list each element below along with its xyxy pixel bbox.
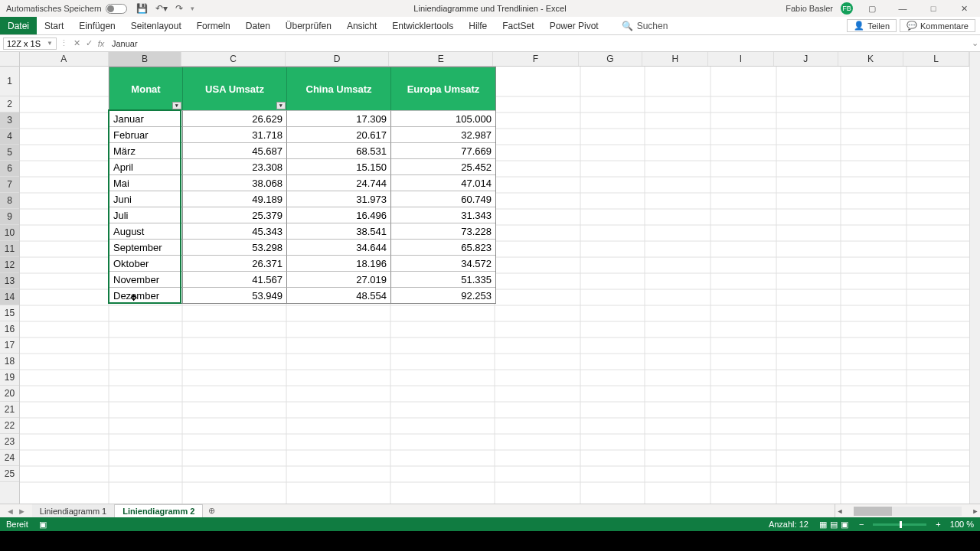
row-header-4[interactable]: 4: [0, 129, 19, 145]
cell[interactable]: 16.496: [287, 207, 391, 223]
cell[interactable]: März: [109, 142, 183, 158]
cell[interactable]: November: [109, 271, 183, 287]
row-header-12[interactable]: 12: [0, 257, 19, 273]
cell[interactable]: Juli: [109, 207, 183, 223]
table-header-1[interactable]: USA Umsatz▾: [183, 67, 287, 110]
row-header-18[interactable]: 18: [0, 354, 19, 370]
cell[interactable]: 51.335: [391, 271, 495, 287]
row-header-11[interactable]: 11: [0, 241, 19, 257]
row-header-13[interactable]: 13: [0, 273, 19, 289]
cell[interactable]: 25.379: [183, 207, 287, 223]
ribbon-tab-formeln[interactable]: Formeln: [189, 17, 238, 34]
table-row[interactable]: Dezember53.94948.55492.253: [109, 287, 495, 303]
macro-record-icon[interactable]: ▣: [39, 520, 47, 530]
view-buttons[interactable]: ▦▤▣: [818, 520, 850, 530]
enter-formula-icon[interactable]: ✓: [83, 38, 95, 48]
ribbon-tab-entwicklertools[interactable]: Entwicklertools: [384, 17, 461, 34]
table-header-3[interactable]: Europa Umsatz: [391, 67, 495, 110]
ribbon-display-icon[interactable]: ▢: [861, 4, 884, 14]
share-button[interactable]: 👤Teilen: [847, 19, 897, 32]
ribbon-tab-factset[interactable]: FactSet: [495, 17, 541, 34]
cell[interactable]: 47.014: [391, 174, 495, 191]
ribbon-tab-start[interactable]: Start: [37, 17, 71, 34]
data-table[interactable]: Monat▾USA Umsatz▾China UmsatzEuropa Umsa…: [109, 67, 496, 304]
table-row[interactable]: April23.30815.15025.452: [109, 158, 495, 174]
col-header-A[interactable]: A: [20, 52, 109, 66]
cell[interactable]: 105.000: [391, 110, 495, 126]
table-row[interactable]: August45.34338.54173.228: [109, 223, 495, 239]
row-headers[interactable]: 1234567891011121314151617181920212223242…: [0, 67, 20, 504]
ribbon-tab-einfügen[interactable]: Einfügen: [71, 17, 122, 34]
col-header-F[interactable]: F: [493, 52, 579, 66]
col-header-K[interactable]: K: [838, 52, 904, 66]
cell[interactable]: 34.572: [391, 255, 495, 271]
cell[interactable]: 45.687: [183, 142, 287, 158]
cell[interactable]: 49.189: [183, 191, 287, 207]
cell[interactable]: Mai: [109, 174, 183, 191]
minimize-icon[interactable]: —: [891, 4, 914, 13]
table-row[interactable]: Februar31.71820.61732.987: [109, 126, 495, 142]
cell[interactable]: August: [109, 223, 183, 239]
ribbon-tab-seitenlayout[interactable]: Seitenlayout: [123, 17, 189, 34]
row-header-24[interactable]: 24: [0, 450, 19, 466]
col-header-D[interactable]: D: [286, 52, 390, 66]
select-all-triangle[interactable]: [0, 52, 20, 67]
col-header-C[interactable]: C: [181, 52, 286, 66]
row-header-10[interactable]: 10: [0, 225, 19, 241]
row-header-7[interactable]: 7: [0, 177, 19, 193]
sheet-nav-next-icon[interactable]: ►: [18, 507, 26, 516]
col-header-H[interactable]: H: [642, 52, 708, 66]
filter-button[interactable]: ▾: [172, 102, 181, 109]
row-header-22[interactable]: 22: [0, 418, 19, 434]
add-sheet-button[interactable]: ⊕: [203, 504, 220, 517]
column-headers[interactable]: ABCDEFGHIJKL: [20, 52, 969, 67]
zoom-in-icon[interactable]: +: [936, 520, 940, 529]
cell[interactable]: 34.644: [287, 239, 391, 255]
cancel-formula-icon[interactable]: ✕: [70, 38, 83, 48]
sheet-tab-1[interactable]: Liniendiagramm 2: [115, 504, 203, 517]
qat-customize-icon[interactable]: ▾: [191, 5, 194, 12]
ribbon-tab-datei[interactable]: Datei: [0, 17, 37, 34]
fx-icon[interactable]: fx: [95, 39, 107, 48]
cells-area[interactable]: Monat▾USA Umsatz▾China UmsatzEuropa Umsa…: [20, 67, 969, 504]
zoom-slider[interactable]: [873, 523, 926, 526]
user-avatar[interactable]: FB: [841, 2, 853, 15]
cell[interactable]: 31.973: [287, 191, 391, 207]
close-icon[interactable]: ✕: [952, 4, 975, 14]
row-header-16[interactable]: 16: [0, 321, 19, 337]
row-header-9[interactable]: 9: [0, 209, 19, 225]
row-header-5[interactable]: 5: [0, 145, 19, 161]
table-row[interactable]: November41.56727.01951.335: [109, 271, 495, 287]
cell[interactable]: 24.744: [287, 174, 391, 191]
vertical-scrollbar[interactable]: [969, 52, 980, 504]
zoom-level[interactable]: 100 %: [950, 520, 974, 529]
sheet-tab-0[interactable]: Liniendiagramm 1: [32, 504, 115, 517]
horizontal-scrollbar[interactable]: ◄►: [835, 504, 980, 517]
table-header-2[interactable]: China Umsatz: [287, 67, 391, 110]
cell[interactable]: 77.669: [391, 142, 495, 158]
autosave-toggle[interactable]: [106, 4, 127, 14]
table-row[interactable]: Juni49.18931.97360.749: [109, 191, 495, 207]
cell[interactable]: 65.823: [391, 239, 495, 255]
cell[interactable]: 53.949: [183, 287, 287, 303]
cell[interactable]: Januar: [109, 110, 183, 126]
row-header-20[interactable]: 20: [0, 386, 19, 402]
maximize-icon[interactable]: □: [922, 4, 945, 13]
cell[interactable]: 26.371: [183, 255, 287, 271]
sheet-nav-prev-icon[interactable]: ◄: [6, 507, 15, 516]
row-header-1[interactable]: 1: [0, 67, 19, 96]
worksheet-grid[interactable]: ABCDEFGHIJKL 123456789101112131415161718…: [0, 52, 980, 504]
table-row[interactable]: Januar26.62917.309105.000: [109, 110, 495, 126]
cell[interactable]: 41.567: [183, 271, 287, 287]
table-header-0[interactable]: Monat▾: [109, 67, 183, 110]
cell[interactable]: September: [109, 239, 183, 255]
col-header-G[interactable]: G: [579, 52, 643, 66]
cell[interactable]: 25.452: [391, 158, 495, 174]
cell[interactable]: 48.554: [287, 287, 391, 303]
cell[interactable]: Juni: [109, 191, 183, 207]
col-header-E[interactable]: E: [389, 52, 493, 66]
cell[interactable]: April: [109, 158, 183, 174]
cell[interactable]: 38.068: [183, 174, 287, 191]
cell[interactable]: 38.541: [287, 223, 391, 239]
cell[interactable]: Oktober: [109, 255, 183, 271]
